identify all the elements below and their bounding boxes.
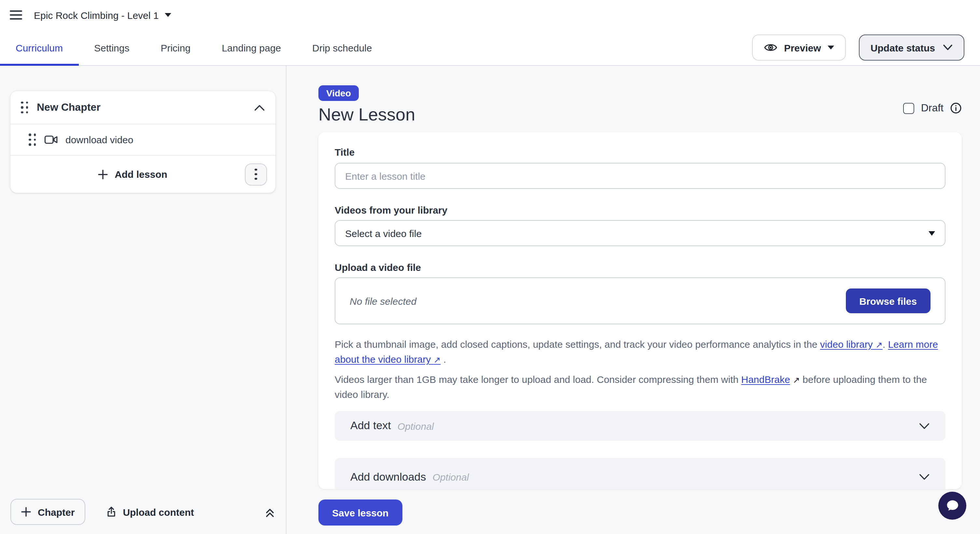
video-camera-icon bbox=[44, 134, 57, 145]
optional-label: Optional bbox=[433, 472, 469, 483]
no-file-text: No file selected bbox=[350, 295, 417, 307]
optional-label: Optional bbox=[398, 420, 434, 431]
chapter-title: New Chapter bbox=[37, 102, 100, 113]
info-icon[interactable] bbox=[950, 102, 962, 114]
preview-button-label: Preview bbox=[784, 42, 821, 53]
draft-toggle-group: Draft bbox=[904, 102, 962, 114]
tab-pricing[interactable]: Pricing bbox=[145, 30, 206, 65]
chat-widget-button[interactable] bbox=[938, 492, 966, 520]
course-tab-bar: Curriculum Settings Pricing Landing page… bbox=[0, 30, 980, 66]
caret-down-icon bbox=[827, 46, 834, 49]
top-bar: Epic Rock Climbing - Level 1 bbox=[0, 0, 980, 30]
chevron-down-icon bbox=[919, 474, 930, 481]
curriculum-sidebar: New Chapter download video bbox=[0, 66, 286, 534]
upload-content-button[interactable]: Upload content bbox=[105, 506, 194, 518]
chat-bubble-icon bbox=[944, 498, 961, 513]
update-status-label: Update status bbox=[870, 42, 935, 53]
compression-help-text: Videos larger than 1GB may take longer t… bbox=[335, 372, 945, 402]
upload-content-label: Upload content bbox=[123, 506, 194, 517]
preview-button[interactable]: Preview bbox=[752, 35, 846, 60]
draft-checkbox[interactable] bbox=[904, 103, 915, 114]
plus-icon bbox=[21, 507, 31, 517]
save-lesson-button[interactable]: Save lesson bbox=[318, 499, 402, 526]
lesson-form-card: Title Videos from your library Select a … bbox=[318, 132, 962, 489]
collapse-all-icon[interactable] bbox=[264, 506, 276, 518]
update-status-button[interactable]: Update status bbox=[859, 35, 964, 60]
video-file-select[interactable]: Select a video file bbox=[335, 220, 945, 246]
select-caret-icon bbox=[929, 231, 935, 235]
add-downloads-label: Add downloads bbox=[350, 470, 426, 483]
tab-curriculum[interactable]: Curriculum bbox=[0, 30, 78, 65]
library-label: Videos from your library bbox=[335, 205, 945, 216]
drag-handle-icon[interactable] bbox=[21, 101, 28, 114]
add-text-label: Add text bbox=[350, 420, 391, 432]
video-library-link[interactable]: video library ↗ bbox=[820, 339, 883, 350]
add-lesson-button[interactable]: Add lesson bbox=[98, 168, 167, 180]
draft-label: Draft bbox=[921, 102, 943, 114]
chapter-card: New Chapter download video bbox=[10, 91, 275, 193]
course-builder-page: Epic Rock Climbing - Level 1 Curriculum … bbox=[0, 0, 980, 534]
upload-icon bbox=[105, 506, 117, 518]
tab-drip-schedule[interactable]: Drip schedule bbox=[297, 30, 387, 65]
drag-handle-icon[interactable] bbox=[29, 134, 36, 146]
chapter-menu-button[interactable] bbox=[245, 163, 267, 185]
chapter-header[interactable]: New Chapter bbox=[10, 91, 275, 124]
lesson-title: download video bbox=[65, 134, 134, 145]
lesson-editor: Video New Lesson Draft Title Videos from… bbox=[287, 66, 980, 534]
lesson-row[interactable]: download video bbox=[10, 124, 275, 155]
chevron-up-icon[interactable] bbox=[254, 104, 265, 111]
hamburger-menu-icon[interactable] bbox=[10, 10, 22, 19]
upload-label: Upload a video file bbox=[335, 262, 945, 273]
caret-down-icon bbox=[165, 13, 171, 17]
title-label: Title bbox=[335, 146, 945, 157]
nav-actions: Preview Update status bbox=[752, 30, 980, 65]
sidebar-footer: Chapter Upload content bbox=[10, 499, 276, 525]
chevron-down-icon bbox=[943, 44, 953, 51]
tab-landing-page[interactable]: Landing page bbox=[206, 30, 297, 65]
browse-files-button[interactable]: Browse files bbox=[846, 289, 931, 313]
add-text-section[interactable]: Add text Optional bbox=[335, 411, 945, 441]
course-title: Epic Rock Climbing - Level 1 bbox=[34, 10, 159, 21]
handbrake-link[interactable]: HandBrake bbox=[741, 374, 790, 385]
video-file-select-value: Select a video file bbox=[345, 227, 422, 239]
eye-icon bbox=[764, 42, 778, 53]
add-chapter-button[interactable]: Chapter bbox=[10, 499, 85, 525]
chevron-down-icon bbox=[919, 422, 930, 429]
lesson-title-input[interactable] bbox=[335, 163, 945, 189]
tab-settings[interactable]: Settings bbox=[78, 30, 145, 65]
external-link-icon: ↗ bbox=[793, 373, 800, 388]
lesson-type-badge: Video bbox=[318, 85, 359, 101]
chapter-footer: Add lesson bbox=[10, 156, 275, 193]
course-switcher[interactable]: Epic Rock Climbing - Level 1 bbox=[34, 10, 171, 21]
add-downloads-section[interactable]: Add downloads Optional bbox=[335, 458, 945, 489]
video-library-help-text: Pick a thumbnail image, add closed capti… bbox=[335, 337, 945, 367]
add-chapter-label: Chapter bbox=[38, 506, 75, 517]
plus-icon bbox=[98, 169, 108, 180]
lesson-page-title: New Lesson bbox=[318, 103, 962, 126]
upload-dropzone[interactable]: No file selected Browse files bbox=[335, 277, 945, 324]
add-lesson-label: Add lesson bbox=[115, 168, 167, 180]
